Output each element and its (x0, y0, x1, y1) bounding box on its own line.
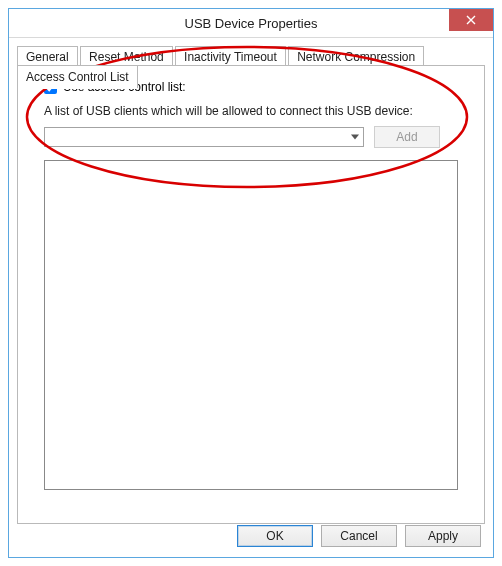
tab-network-compression[interactable]: Network Compression (288, 46, 424, 67)
close-button[interactable] (449, 9, 493, 31)
acl-description: A list of USB clients which will be allo… (44, 104, 472, 118)
close-icon (466, 15, 476, 25)
window-title: USB Device Properties (185, 16, 318, 31)
tab-access-control-list[interactable]: Access Control List (17, 65, 138, 88)
cancel-button[interactable]: Cancel (321, 525, 397, 547)
add-button[interactable]: Add (374, 126, 440, 148)
dialog-buttons: OK Cancel Apply (237, 525, 481, 547)
ok-button[interactable]: OK (237, 525, 313, 547)
client-combobox[interactable] (44, 127, 364, 147)
dialog-window: USB Device Properties General Reset Meth… (8, 8, 494, 558)
canvas: USB Device Properties General Reset Meth… (0, 0, 502, 566)
acl-entry-row: Add (44, 126, 472, 148)
acl-list[interactable] (44, 160, 458, 490)
titlebar: USB Device Properties (9, 9, 493, 38)
apply-button[interactable]: Apply (405, 525, 481, 547)
tab-inactivity-timeout[interactable]: Inactivity Timeout (175, 46, 286, 67)
tab-general[interactable]: General (17, 46, 78, 67)
tab-reset-method[interactable]: Reset Method (80, 46, 173, 67)
tab-strip: General Reset Method Inactivity Timeout … (17, 44, 485, 66)
tab-panel-acl: Use access control list: A list of USB c… (17, 66, 485, 524)
